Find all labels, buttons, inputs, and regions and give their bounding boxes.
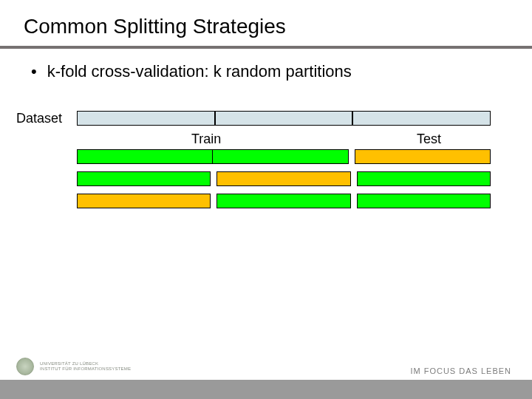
test-segment: [216, 171, 350, 186]
university-text: UNIVERSITÄT ZU LÜBECK INSTITUT FÜR INFOR…: [40, 361, 131, 371]
content-area: • k-fold cross-validation: k random part…: [0, 49, 532, 81]
dataset-bar: [77, 111, 491, 126]
train-segment: [357, 194, 491, 208]
train-segment: [216, 194, 350, 208]
test-label: Test: [417, 132, 441, 147]
motto-text: IM FOCUS DAS LEBEN: [410, 366, 511, 375]
train-label: Train: [191, 132, 221, 147]
dataset-label: Dataset: [16, 111, 62, 126]
university-seal-icon: [16, 358, 34, 375]
fold-row-3: [77, 194, 491, 208]
university-block: UNIVERSITÄT ZU LÜBECK INSTITUT FÜR INFOR…: [16, 358, 131, 375]
bullet-item: • k-fold cross-validation: k random part…: [24, 62, 508, 81]
test-segment: [355, 149, 491, 164]
train-segment: [357, 171, 491, 186]
slide-title: Common Splitting Strategies: [0, 0, 532, 46]
university-name: UNIVERSITÄT ZU LÜBECK: [40, 361, 131, 366]
fold-row: [77, 171, 491, 186]
train-segment: [77, 149, 212, 164]
fold-row: [77, 194, 491, 208]
train-segment: [212, 149, 348, 164]
footer-bar: [0, 380, 532, 399]
bullet-text: k-fold cross-validation: k random partit…: [47, 62, 352, 81]
train-segment: [77, 171, 211, 186]
dataset-segment: [352, 111, 491, 126]
fold-row-2: [77, 171, 491, 186]
dataset-segment: [215, 111, 353, 126]
slide: Common Splitting Strategies • k-fold cro…: [0, 0, 532, 399]
fold-row: [77, 149, 491, 164]
test-segment: [77, 194, 211, 208]
train-test-labels: Train Test: [77, 132, 491, 148]
dataset-segment: [77, 111, 215, 126]
fold-row-1: [77, 149, 491, 164]
bullet-dot: •: [31, 62, 37, 81]
institute-name: INSTITUT FÜR INFORMATIONSSYSTEME: [40, 366, 131, 372]
